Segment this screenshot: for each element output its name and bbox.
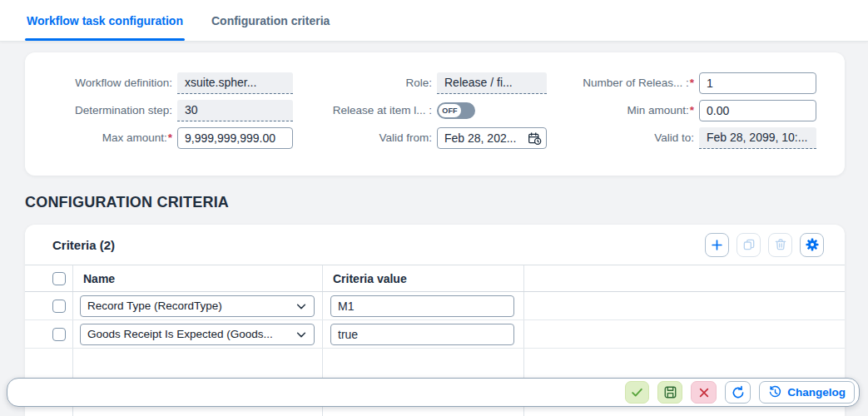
close-icon	[697, 386, 711, 399]
min-amount-input[interactable]	[699, 100, 816, 121]
gear-icon	[805, 237, 820, 252]
min-amount-label: Min amount:*	[552, 100, 694, 121]
table-column-header-row: Name Criteria value	[25, 265, 845, 292]
accept-button[interactable]	[625, 381, 649, 404]
toggle-knob: OFF	[439, 104, 461, 117]
workflow-form-card: Workflow definition: xsuite.spher... Rol…	[25, 52, 845, 176]
add-criteria-button[interactable]	[705, 233, 729, 257]
number-of-releases-input[interactable]	[699, 72, 816, 94]
active-tab-underline	[25, 38, 185, 41]
criteria-name-select[interactable]: Goods Receipt Is Expected (Goods...	[80, 324, 315, 345]
criteria-value-column-header: Criteria value	[323, 265, 524, 291]
select-all-checkbox[interactable]	[52, 272, 66, 285]
criteria-toolbar	[705, 233, 824, 257]
tab-label: Workflow task configuration	[27, 14, 183, 27]
release-at-item-level-label: Release at item l... :	[298, 100, 432, 121]
trash-icon	[774, 238, 787, 251]
table-row: Goods Receipt Is Expected (Goods...	[25, 320, 845, 349]
refresh-icon	[731, 385, 746, 400]
changelog-button[interactable]: Changelog	[759, 381, 855, 404]
valid-from-field[interactable]: Feb 28, 202...	[437, 127, 547, 149]
number-of-releases-label: Number of Releas... :*	[552, 72, 694, 94]
refresh-button[interactable]	[725, 381, 751, 404]
criteria-name-select[interactable]: Record Type (RecordType)	[80, 295, 315, 317]
save-button[interactable]	[657, 381, 682, 404]
configuration-criteria-section-title: CONFIGURATION CRITERIA	[25, 194, 229, 211]
plus-icon	[710, 238, 724, 252]
reject-button[interactable]	[691, 381, 717, 404]
tab-workflow-task-configuration[interactable]: Workflow task configuration	[27, 0, 183, 41]
valid-to-label: Valid to:	[552, 127, 694, 149]
max-amount-label: Max amount:*	[25, 127, 172, 149]
valid-to-field: Feb 28, 2099, 10:...	[699, 127, 816, 149]
criteria-table-title: Criteria (2)	[52, 238, 115, 252]
save-icon	[663, 385, 677, 399]
chevron-down-icon	[295, 329, 307, 340]
workflow-definition-field: xsuite.spher...	[177, 72, 293, 94]
criteria-table-header: Criteria (2)	[25, 225, 845, 265]
tab-label: Configuration criteria	[211, 14, 330, 27]
duplicate-criteria-button[interactable]	[737, 233, 761, 257]
calendar-clock-icon[interactable]	[528, 131, 542, 146]
determination-step-field: 30	[177, 100, 293, 121]
role-field: Release / fi...	[437, 72, 547, 94]
copy-icon	[742, 238, 756, 251]
row-checkbox[interactable]	[52, 328, 66, 341]
criteria-value-input[interactable]	[330, 295, 514, 317]
chevron-down-icon	[295, 300, 307, 312]
name-column-header: Name	[73, 265, 323, 291]
table-settings-button[interactable]	[800, 233, 824, 257]
row-checkbox[interactable]	[52, 300, 66, 313]
max-amount-input[interactable]	[177, 127, 293, 149]
role-label: Role:	[298, 72, 432, 94]
determination-step-label: Determination step:	[25, 100, 172, 121]
valid-from-value: Feb 28, 202...	[444, 131, 524, 145]
history-icon	[768, 385, 782, 399]
workflow-definition-label: Workflow definition:	[25, 72, 172, 94]
valid-from-label: Valid from:	[298, 127, 432, 149]
tab-configuration-criteria[interactable]: Configuration criteria	[211, 0, 330, 41]
footer-action-bar: Changelog	[7, 378, 860, 407]
table-row: Record Type (RecordType)	[25, 292, 845, 320]
changelog-label: Changelog	[787, 386, 846, 399]
delete-criteria-button[interactable]	[768, 233, 792, 257]
check-icon	[630, 385, 644, 399]
tab-bar: Workflow task configuration Configuratio…	[0, 0, 868, 41]
empty-column-header	[524, 265, 845, 291]
release-at-item-level-toggle[interactable]: OFF	[437, 102, 475, 119]
criteria-value-input[interactable]	[330, 324, 514, 345]
